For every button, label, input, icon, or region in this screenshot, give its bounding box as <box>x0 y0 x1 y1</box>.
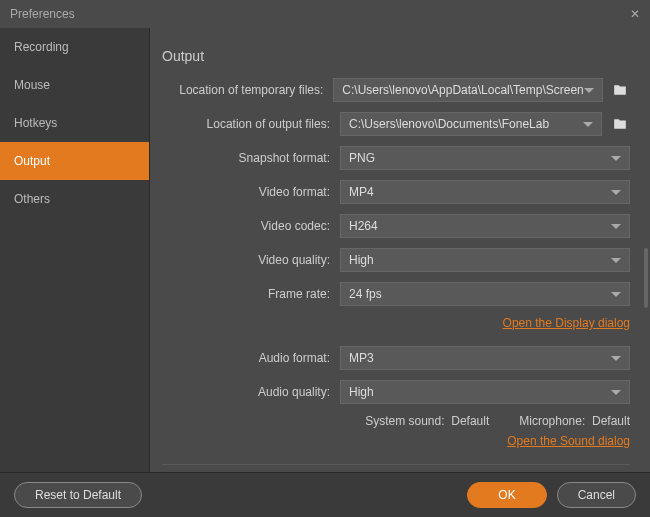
titlebar: Preferences ✕ <box>0 0 650 28</box>
sidebar-item-others[interactable]: Others <box>0 180 149 218</box>
frame-rate-value: 24 fps <box>349 287 382 301</box>
divider <box>162 464 630 465</box>
close-icon[interactable]: ✕ <box>630 7 640 21</box>
frame-rate-label: Frame rate: <box>162 287 340 301</box>
chevron-down-icon <box>583 122 593 127</box>
video-quality-value: High <box>349 253 374 267</box>
system-sound-label: System sound: <box>365 414 444 428</box>
audio-format-select[interactable]: MP3 <box>340 346 630 370</box>
output-files-select[interactable]: C:\Users\lenovo\Documents\FoneLab <box>340 112 602 136</box>
temp-files-value: C:\Users\lenovo\AppData\Local\Temp\Scree… <box>342 83 583 97</box>
footer: Reset to Default OK Cancel <box>0 472 650 517</box>
video-format-value: MP4 <box>349 185 374 199</box>
video-codec-select[interactable]: H264 <box>340 214 630 238</box>
video-format-select[interactable]: MP4 <box>340 180 630 204</box>
frame-rate-select[interactable]: 24 fps <box>340 282 630 306</box>
snapshot-format-value: PNG <box>349 151 375 165</box>
audio-format-value: MP3 <box>349 351 374 365</box>
snapshot-format-select[interactable]: PNG <box>340 146 630 170</box>
chevron-down-icon <box>584 88 594 93</box>
section-output-heading: Output <box>162 48 630 64</box>
scrollbar[interactable] <box>644 248 648 308</box>
chevron-down-icon <box>611 356 621 361</box>
audio-info-row: System sound: Default Microphone: Defaul… <box>162 414 630 428</box>
folder-icon[interactable] <box>610 116 630 132</box>
folder-icon[interactable] <box>611 82 630 98</box>
video-codec-value: H264 <box>349 219 378 233</box>
sidebar-item-recording[interactable]: Recording <box>0 28 149 66</box>
sidebar-item-output[interactable]: Output <box>0 142 149 180</box>
sidebar-item-mouse[interactable]: Mouse <box>0 66 149 104</box>
chevron-down-icon <box>611 190 621 195</box>
audio-quality-select[interactable]: High <box>340 380 630 404</box>
audio-quality-value: High <box>349 385 374 399</box>
video-quality-select[interactable]: High <box>340 248 630 272</box>
temp-files-label: Location of temporary files: <box>162 83 333 97</box>
system-sound-value: Default <box>451 414 489 428</box>
ok-button[interactable]: OK <box>467 482 546 508</box>
open-sound-dialog-link[interactable]: Open the Sound dialog <box>507 434 630 448</box>
chevron-down-icon <box>611 224 621 229</box>
output-files-label: Location of output files: <box>162 117 340 131</box>
microphone-value: Default <box>592 414 630 428</box>
open-display-dialog-link[interactable]: Open the Display dialog <box>503 316 630 330</box>
microphone-label: Microphone: <box>519 414 585 428</box>
sidebar-item-hotkeys[interactable]: Hotkeys <box>0 104 149 142</box>
chevron-down-icon <box>611 156 621 161</box>
output-files-value: C:\Users\lenovo\Documents\FoneLab <box>349 117 549 131</box>
audio-format-label: Audio format: <box>162 351 340 365</box>
video-format-label: Video format: <box>162 185 340 199</box>
reset-button[interactable]: Reset to Default <box>14 482 142 508</box>
window-title: Preferences <box>10 7 75 21</box>
sidebar: Recording Mouse Hotkeys Output Others <box>0 28 150 472</box>
temp-files-select[interactable]: C:\Users\lenovo\AppData\Local\Temp\Scree… <box>333 78 602 102</box>
video-quality-label: Video quality: <box>162 253 340 267</box>
audio-quality-label: Audio quality: <box>162 385 340 399</box>
cancel-button[interactable]: Cancel <box>557 482 636 508</box>
snapshot-format-label: Snapshot format: <box>162 151 340 165</box>
chevron-down-icon <box>611 390 621 395</box>
chevron-down-icon <box>611 258 621 263</box>
video-codec-label: Video codec: <box>162 219 340 233</box>
chevron-down-icon <box>611 292 621 297</box>
main-panel: Output Location of temporary files: C:\U… <box>150 28 650 472</box>
